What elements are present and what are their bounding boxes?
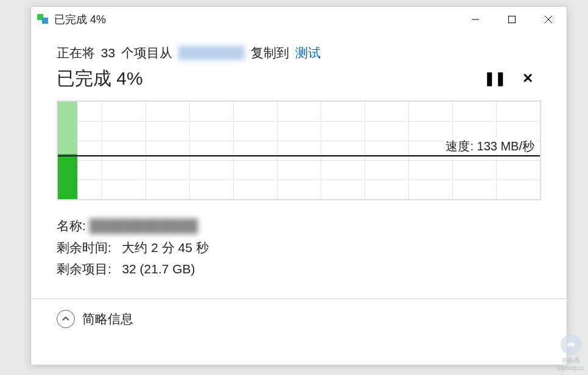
copy-icon (37, 14, 49, 25)
svg-point-4 (569, 346, 570, 348)
copy-description: 正在将 33 个项目从 ████ 复制到 测试 (57, 44, 541, 61)
speed-chart: 速度: 133 MB/秒 (57, 100, 541, 200)
speed-label: 速度: 133 MB/秒 (444, 138, 536, 155)
collapse-toggle[interactable] (57, 310, 75, 328)
pause-button[interactable]: ❚❚ (481, 65, 508, 92)
footer: 简略信息 (57, 299, 541, 328)
collapse-label[interactable]: 简略信息 (82, 310, 133, 328)
maximize-button[interactable] (494, 7, 530, 32)
watermark-sub: luyouqi.cc (558, 365, 584, 371)
name-label: 名称: (57, 219, 86, 233)
progress-title: 已完成 4% (57, 66, 475, 91)
close-icon: ✕ (522, 71, 533, 86)
name-value: ████████████ (89, 219, 198, 233)
chevron-up-icon (61, 315, 70, 323)
progress-row: 已完成 4% ❚❚ ✕ (57, 65, 541, 92)
svg-rect-1 (509, 16, 516, 23)
items-remaining-value: 32 (21.7 GB) (122, 262, 195, 276)
dialog-body: 正在将 33 个项目从 ████ 复制到 测试 已完成 4% ❚❚ ✕ 速 (31, 32, 567, 328)
time-remaining-value: 大约 2 分 45 秒 (122, 240, 208, 254)
detail-items-row: 剩余项目: 32 (21.7 GB) (57, 258, 541, 280)
transfer-details: 名称: ████████████ 剩余时间: 大约 2 分 45 秒 剩余项目:… (57, 215, 541, 280)
file-copy-dialog: 已完成 4% 正在将 33 个项目从 ████ 复制到 测试 (30, 6, 567, 365)
items-from-text: 个项目从 (121, 44, 172, 61)
svg-point-5 (572, 346, 573, 348)
detail-time-row: 剩余时间: 大约 2 分 45 秒 (57, 237, 541, 259)
pause-icon: ❚❚ (484, 71, 506, 86)
destination-link[interactable]: 测试 (295, 44, 321, 61)
item-count: 33 (101, 46, 115, 60)
close-button[interactable] (530, 7, 567, 32)
cancel-button[interactable]: ✕ (514, 65, 541, 92)
titlebar: 已完成 4% (31, 7, 567, 32)
items-remaining-label: 剩余项目: (57, 262, 111, 276)
time-remaining-label: 剩余时间: (57, 240, 111, 254)
copy-to-text: 复制到 (251, 44, 289, 61)
window-title: 已完成 4% (54, 12, 106, 27)
source-location[interactable]: ████ (178, 46, 245, 60)
minimize-button[interactable] (457, 7, 494, 32)
copy-prefix: 正在将 (57, 44, 95, 61)
detail-name-row: 名称: ████████████ (57, 215, 541, 237)
